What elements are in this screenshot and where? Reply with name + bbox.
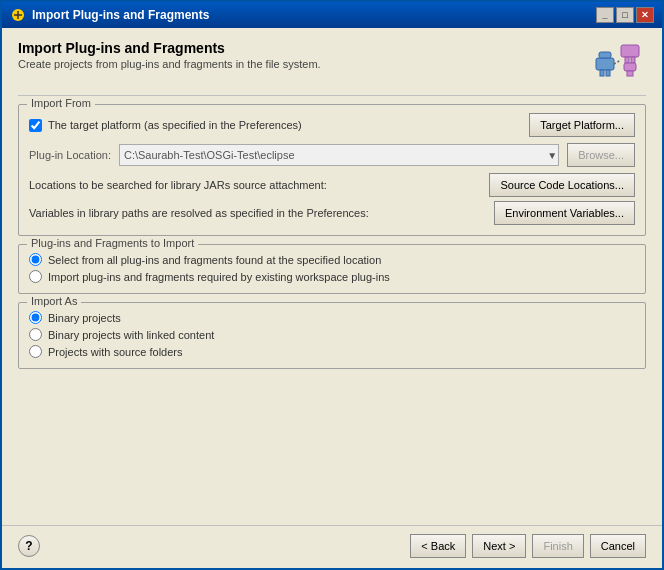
import-as-group: Import As Binary projects Binary project… (18, 302, 646, 369)
plugins-fragments-group: Plug-ins and Fragments to Import Select … (18, 244, 646, 294)
variables-label: Variables in library paths are resolved … (29, 207, 494, 219)
radio-binary-row: Binary projects (29, 311, 635, 324)
radio-all-plugins-label: Select from all plug-ins and fragments f… (48, 254, 381, 266)
radio-binary[interactable] (29, 311, 42, 324)
radio-required-plugins-row: Import plug-ins and fragments required b… (29, 270, 635, 283)
import-as-label: Import As (27, 295, 81, 307)
radio-source-folders-label: Projects with source folders (48, 346, 183, 358)
import-from-label: Import From (27, 97, 95, 109)
plugin-location-select-wrapper: C:\Saurabh-Test\OSGi-Test\eclipse ▼ (119, 144, 559, 166)
finish-button[interactable]: Finish (532, 534, 583, 558)
svg-rect-6 (624, 63, 636, 71)
close-button[interactable]: ✕ (636, 7, 654, 23)
help-button[interactable]: ? (18, 535, 40, 557)
radio-binary-linked-row: Binary projects with linked content (29, 328, 635, 341)
target-platform-text: The target platform (as specified in the… (48, 119, 302, 131)
radio-source-folders[interactable] (29, 345, 42, 358)
target-platform-button[interactable]: Target Platform... (529, 113, 635, 137)
svg-rect-10 (606, 70, 610, 76)
radio-binary-label: Binary projects (48, 312, 121, 324)
library-jars-label: Locations to be searched for library JAR… (29, 179, 489, 191)
window-icon (10, 7, 26, 23)
radio-required-plugins[interactable] (29, 270, 42, 283)
back-button[interactable]: < Back (410, 534, 466, 558)
title-bar-left: Import Plug-ins and Fragments (10, 7, 209, 23)
radio-binary-linked-label: Binary projects with linked content (48, 329, 214, 341)
import-from-group: Import From The target platform (as spec… (18, 104, 646, 236)
svg-rect-5 (631, 57, 635, 63)
radio-all-plugins-row: Select from all plug-ins and fragments f… (29, 253, 635, 266)
source-code-button[interactable]: Source Code Locations... (489, 173, 635, 197)
svg-rect-3 (621, 45, 639, 57)
variables-row: Variables in library paths are resolved … (29, 201, 635, 225)
svg-rect-7 (627, 71, 633, 76)
svg-rect-9 (600, 70, 604, 76)
next-button[interactable]: Next > (472, 534, 526, 558)
svg-rect-11 (599, 52, 611, 58)
dialog-window: Import Plug-ins and Fragments _ □ ✕ Impo… (0, 0, 664, 570)
page-title: Import Plug-ins and Fragments (18, 40, 321, 56)
library-jars-row: Locations to be searched for library JAR… (29, 173, 635, 197)
header-text: Import Plug-ins and Fragments Create pro… (18, 40, 321, 70)
restore-button[interactable]: □ (616, 7, 634, 23)
minimize-button[interactable]: _ (596, 7, 614, 23)
svg-rect-4 (625, 57, 629, 63)
plugin-location-row: Plug-in Location: C:\Saurabh-Test\OSGi-T… (29, 143, 635, 167)
plugin-location-select[interactable]: C:\Saurabh-Test\OSGi-Test\eclipse (119, 144, 559, 166)
title-bar: Import Plug-ins and Fragments _ □ ✕ (2, 2, 662, 28)
radio-binary-linked[interactable] (29, 328, 42, 341)
dialog-content: Import Plug-ins and Fragments Create pro… (2, 28, 662, 525)
plugin-location-label: Plug-in Location: (29, 149, 111, 161)
browse-button[interactable]: Browse... (567, 143, 635, 167)
header-section: Import Plug-ins and Fragments Create pro… (18, 40, 646, 96)
svg-line-12 (614, 60, 621, 64)
cancel-button[interactable]: Cancel (590, 534, 646, 558)
env-variables-button[interactable]: Environment Variables... (494, 201, 635, 225)
svg-rect-8 (596, 58, 614, 70)
radio-required-plugins-label: Import plug-ins and fragments required b… (48, 271, 390, 283)
plugin-graphic (591, 40, 646, 85)
header-icon (591, 40, 646, 85)
footer-buttons: < Back Next > Finish Cancel (410, 534, 646, 558)
title-bar-buttons: _ □ ✕ (596, 7, 654, 23)
dialog-footer: ? < Back Next > Finish Cancel (2, 525, 662, 568)
page-subtitle: Create projects from plug-ins and fragme… (18, 58, 321, 70)
radio-source-folders-row: Projects with source folders (29, 345, 635, 358)
radio-all-plugins[interactable] (29, 253, 42, 266)
plugins-fragments-label: Plug-ins and Fragments to Import (27, 237, 198, 249)
window-title: Import Plug-ins and Fragments (32, 8, 209, 22)
target-platform-checkbox[interactable] (29, 119, 42, 132)
target-platform-row: The target platform (as specified in the… (29, 113, 635, 137)
